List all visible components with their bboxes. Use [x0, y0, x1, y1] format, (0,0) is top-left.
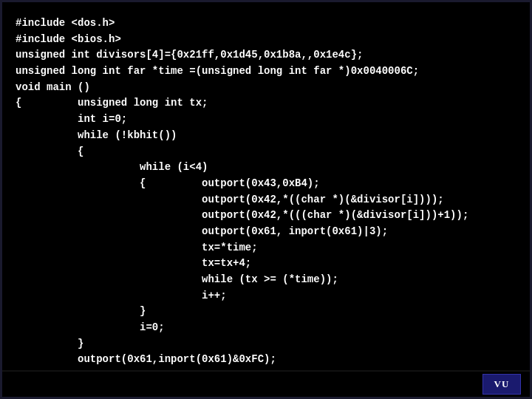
code-block: #include <dos.h> #include <bios.h> unsig… [16, 16, 516, 370]
bottom-bar: VU [2, 370, 530, 397]
code-area: #include <dos.h> #include <bios.h> unsig… [2, 2, 530, 370]
logo-text: VU [494, 378, 510, 390]
vu-logo: VU [482, 374, 521, 395]
screen: #include <dos.h> #include <bios.h> unsig… [0, 0, 532, 399]
